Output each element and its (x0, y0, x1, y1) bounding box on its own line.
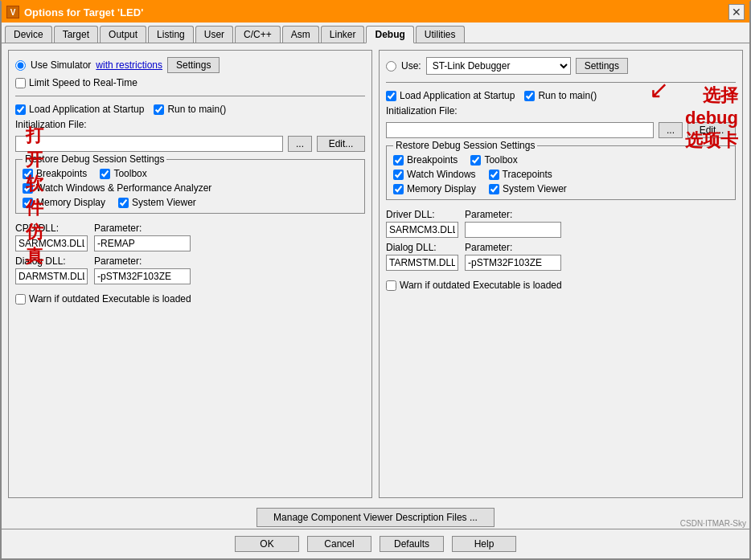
tab-output[interactable]: Output (100, 26, 146, 43)
limit-speed-label: Limit Speed to Real-Time (29, 77, 137, 88)
left-dialog-param-label: Parameter: (94, 255, 191, 267)
tab-cpp[interactable]: C/C++ (235, 26, 281, 43)
cancel-button[interactable]: Cancel (307, 536, 371, 552)
right-restore-group-title: Restore Debug Session Settings (393, 140, 537, 151)
right-watch-label: Watch Windows (407, 169, 476, 180)
close-button[interactable]: ✕ (728, 4, 745, 20)
tab-utilities[interactable]: Utilities (416, 26, 465, 43)
right-init-row: ... Edit... (386, 122, 736, 138)
left-memory-checkbox[interactable] (23, 198, 33, 208)
left-ellipsis-button[interactable]: ... (288, 136, 312, 152)
left-restore-group: Restore Debug Session Settings Breakpoin… (15, 159, 365, 214)
right-ellipsis-button[interactable]: ... (659, 122, 683, 138)
app-icon: V (6, 6, 19, 18)
tab-target[interactable]: Target (54, 26, 98, 43)
right-breakpoints-row: Breakpoints (393, 154, 458, 166)
simulator-settings-button[interactable]: Settings (167, 57, 220, 73)
left-warn-checkbox[interactable] (15, 294, 26, 305)
left-sysviewer-checkbox[interactable] (118, 198, 129, 208)
right-init-label: Initialization File: (386, 105, 736, 116)
right-dialog-param-input[interactable] (465, 255, 561, 271)
left-load-app-row: Load Application at Startup Run to main(… (15, 104, 365, 115)
right-tracepoints-label: Tracepoints (503, 169, 552, 180)
tab-asm[interactable]: Asm (282, 26, 319, 43)
right-memory-row: Memory Display (393, 183, 476, 194)
use-simulator-label: Use Simulator (31, 59, 91, 71)
left-init-input[interactable] (15, 136, 283, 152)
left-toolbox-label: Toolbox (113, 168, 146, 179)
left-memory-label: Memory Display (36, 197, 105, 208)
left-breakpoints-checkbox[interactable] (23, 169, 33, 179)
right-driver-dll-label: Driver DLL: (386, 209, 458, 220)
left-dialog-param-input[interactable] (94, 268, 191, 284)
right-memory-checkbox[interactable] (393, 184, 404, 194)
right-driver-dll-row: Driver DLL: Parameter: (386, 209, 736, 238)
left-load-app-checkbox[interactable] (15, 104, 26, 115)
right-sysviewer-row: System Viewer (489, 183, 567, 194)
left-run-main-checkbox[interactable] (154, 104, 164, 115)
right-panel: Use: ST-Link Debugger Settings Load Appl… (379, 50, 743, 498)
left-warn-row: Warn if outdated Executable is loaded (15, 293, 365, 305)
right-load-app-label: Load Application at Startup (400, 90, 515, 101)
manage-component-button[interactable]: Manage Component Viewer Description File… (256, 508, 495, 527)
right-toolbox-checkbox[interactable] (470, 155, 481, 166)
left-load-app-label: Load Application at Startup (29, 104, 144, 115)
tab-device[interactable]: Device (5, 26, 52, 43)
right-dialog-dll-label: Dialog DLL: (386, 242, 458, 253)
left-dialog-dll-input[interactable] (15, 268, 88, 284)
right-breakpoints-label: Breakpoints (407, 154, 458, 166)
debugger-settings-button[interactable]: Settings (576, 58, 628, 74)
defaults-button[interactable]: Defaults (380, 536, 444, 552)
right-restore-group: Restore Debug Session Settings Breakpoin… (386, 145, 736, 200)
left-cpu-dll-input[interactable] (15, 235, 88, 251)
use-debugger-radio[interactable] (386, 61, 396, 72)
main-window: V Options for Target 'LED' ✕ Device Targ… (0, 0, 751, 560)
left-toolbox-checkbox[interactable] (100, 169, 110, 179)
with-restrictions-link[interactable]: with restrictions (96, 59, 162, 71)
left-watch-label: Watch Windows & Performance Analyzer (36, 182, 211, 194)
limit-speed-checkbox[interactable] (15, 78, 26, 88)
right-edit-button[interactable]: Edit... (687, 122, 736, 138)
right-driver-param-input[interactable] (465, 222, 561, 238)
right-toolbox-label: Toolbox (484, 154, 517, 166)
tab-listing[interactable]: Listing (148, 26, 194, 43)
tab-user[interactable]: User (195, 26, 233, 43)
left-watch-checkbox[interactable] (23, 183, 33, 194)
right-init-input[interactable] (386, 122, 654, 138)
use-simulator-radio[interactable] (15, 60, 26, 71)
right-watch-row: Watch Windows (393, 169, 476, 180)
right-sysviewer-label: System Viewer (503, 183, 567, 194)
left-toolbox-row: Toolbox (100, 168, 146, 179)
left-sysviewer-label: System Viewer (132, 197, 196, 208)
left-sysviewer-row: System Viewer (118, 197, 196, 208)
right-run-main-checkbox[interactable] (524, 91, 535, 101)
debugger-select[interactable]: ST-Link Debugger (426, 57, 571, 75)
right-tracepoints-row: Tracepoints (489, 169, 552, 180)
left-warn-label: Warn if outdated Executable is loaded (29, 293, 191, 305)
right-tracepoints-checkbox[interactable] (489, 170, 499, 180)
tab-linker[interactable]: Linker (321, 26, 365, 43)
help-button[interactable]: Help (452, 536, 516, 552)
left-init-row: ... Edit... (15, 136, 365, 152)
left-cpu-param-label: Parameter: (94, 223, 191, 234)
right-dialog-dll-input[interactable] (386, 255, 458, 271)
left-edit-button[interactable]: Edit... (317, 136, 365, 152)
right-driver-param-label: Parameter: (465, 209, 561, 220)
use-debugger-row: Use: ST-Link Debugger Settings (386, 57, 736, 75)
right-watch-checkbox[interactable] (393, 170, 404, 180)
manage-btn-row: Manage Component Viewer Description File… (2, 505, 749, 529)
right-breakpoints-checkbox[interactable] (393, 155, 404, 166)
use-simulator-row: Use Simulator with restrictions Settings (15, 57, 365, 73)
left-watch-row: Watch Windows & Performance Analyzer (23, 182, 358, 194)
right-driver-dll-input[interactable] (386, 222, 458, 238)
tabs-bar: Device Target Output Listing User C/C++ … (2, 22, 749, 43)
right-sysviewer-checkbox[interactable] (489, 184, 499, 194)
right-warn-row: Warn if outdated Executable is loaded (386, 280, 736, 291)
left-cpu-dll-label: CPU DLL: (15, 223, 88, 234)
right-warn-checkbox[interactable] (386, 280, 396, 291)
left-cpu-param-input[interactable] (94, 235, 191, 251)
right-load-app-checkbox[interactable] (386, 91, 396, 101)
tab-debug[interactable]: Debug (366, 26, 413, 43)
right-load-app-row: Load Application at Startup Run to main(… (386, 90, 736, 101)
ok-button[interactable]: OK (235, 536, 299, 552)
